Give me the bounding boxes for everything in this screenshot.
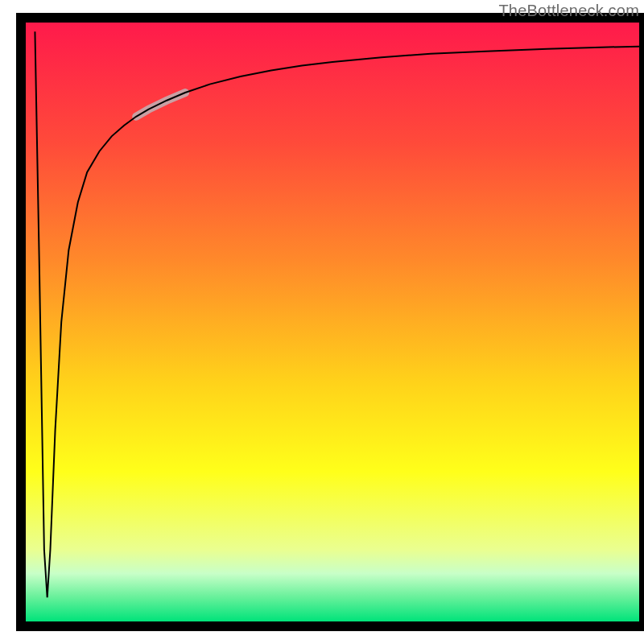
chart-background xyxy=(26,23,639,621)
bottleneck-chart xyxy=(0,0,644,644)
watermark-text: TheBottleneck.com xyxy=(498,2,639,20)
